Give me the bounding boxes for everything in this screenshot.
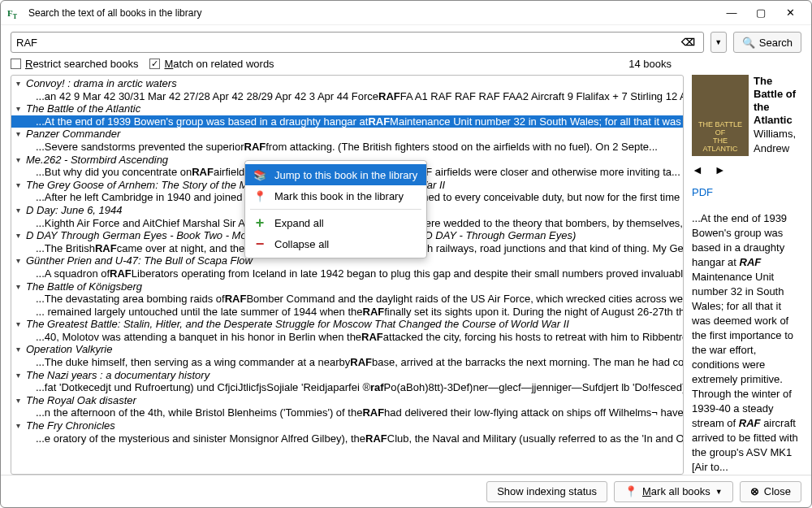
search-button-label: Search xyxy=(759,37,793,49)
show-indexing-status-button[interactable]: Show indexing status xyxy=(486,481,607,502)
expand-caret[interactable]: ▾ xyxy=(16,318,26,331)
close-window-button[interactable]: ✕ xyxy=(775,3,805,23)
result-snippet[interactable]: ...fat 'Dotkecedjt und Rufroertung) und … xyxy=(11,381,683,394)
expand-caret[interactable]: ▾ xyxy=(16,154,26,167)
expand-caret[interactable]: ▾ xyxy=(16,394,26,407)
result-snippet[interactable]: ...At the end of 1939 Bowen's group was … xyxy=(11,115,683,128)
ctx-mark-book[interactable]: 📍 Mark this book in the library xyxy=(245,185,426,206)
ctx-expand-all[interactable]: + Expand all xyxy=(245,212,426,233)
expand-caret[interactable]: ▾ xyxy=(16,280,26,293)
book-title: Me.262 - Stormbird Ascending xyxy=(26,154,168,167)
pin-icon: 📍 xyxy=(624,485,637,497)
titlebar: FT Search the text of all books in the l… xyxy=(1,1,811,25)
context-menu-separator xyxy=(250,209,421,210)
pin-icon: 📍 xyxy=(253,190,266,202)
book-title: The Greatest Battle: Stalin, Hitler, and… xyxy=(26,318,569,331)
detail-author: Williams, Andrew xyxy=(754,127,801,156)
book-count: 14 books xyxy=(628,58,672,70)
context-menu: 📚 Jump to this book in the library 📍 Mar… xyxy=(244,160,427,258)
book-row[interactable]: ▾The Greatest Battle: Stalin, Hitler, an… xyxy=(11,318,683,331)
book-title: Operation Valkyrie xyxy=(26,343,112,356)
expand-caret[interactable]: ▾ xyxy=(16,419,26,432)
minimize-button[interactable]: — xyxy=(717,3,746,23)
books-icon: 📚 xyxy=(253,169,266,181)
book-row[interactable]: ▾The Battle of Königsberg xyxy=(11,280,683,293)
search-history-dropdown[interactable]: ▼ xyxy=(710,32,727,53)
search-input[interactable] xyxy=(16,37,678,49)
result-snippet[interactable]: ...The duke himself, then serving as a w… xyxy=(11,356,683,369)
book-title: Günther Prien and U-47: The Bull of Scap… xyxy=(26,254,253,267)
expand-caret[interactable]: ▾ xyxy=(16,254,26,267)
search-field-container: ⌫ xyxy=(11,32,704,53)
result-snippet[interactable]: ...A squadron of RAF Liberators operatin… xyxy=(11,267,683,280)
expand-caret[interactable]: ▾ xyxy=(16,77,26,90)
expand-caret[interactable]: ▾ xyxy=(16,369,26,382)
book-title: The Battle of the Atlantic xyxy=(26,102,140,115)
ctx-collapse-all[interactable]: − Collapse all xyxy=(245,233,426,254)
book-row[interactable]: ▾Panzer Commander xyxy=(11,128,683,141)
restrict-checkbox-row[interactable]: Restrict searched books xyxy=(11,58,138,70)
result-snippet[interactable]: ...Severe sandstorms prevented the super… xyxy=(11,141,683,154)
book-row[interactable]: ▾Operation Valkyrie xyxy=(11,343,683,356)
book-cover: THE BATTLE OFTHE ATLANTIC xyxy=(692,75,749,156)
close-button[interactable]: ⊗ Close xyxy=(740,481,801,502)
result-snippet[interactable]: ...e oratory of the mysterious and sinis… xyxy=(11,432,683,445)
detail-title: The Battle of the Atlantic xyxy=(754,75,801,127)
app-icon: FT xyxy=(7,6,22,20)
expand-caret[interactable]: ▾ xyxy=(16,179,26,192)
book-title: D Day: June 6, 1944 xyxy=(26,204,123,217)
prev-result-button[interactable]: ◄ xyxy=(692,163,703,177)
result-snippet[interactable]: ... remained largely untouched until the… xyxy=(11,306,683,319)
book-title: The Fry Chronicles xyxy=(26,419,115,432)
expand-caret[interactable]: ▾ xyxy=(16,102,26,115)
book-row[interactable]: ▾The Nazi years : a documentary history xyxy=(11,369,683,382)
search-icon: 🔍 xyxy=(742,37,755,49)
match-checkbox[interactable]: ✓ xyxy=(149,59,160,69)
book-row[interactable]: ▾The Fry Chronicles xyxy=(11,419,683,432)
book-title: The Royal Oak disaster xyxy=(26,394,136,407)
chevron-down-icon: ▼ xyxy=(715,488,723,496)
close-icon: ⊗ xyxy=(750,485,759,497)
expand-caret[interactable]: ▾ xyxy=(16,128,26,141)
book-title: The Nazi years : a documentary history xyxy=(26,369,209,382)
plus-icon: + xyxy=(253,215,266,232)
book-title: Convoy! : drama in arctic waters xyxy=(26,77,177,90)
minus-icon: − xyxy=(253,236,266,253)
expand-caret[interactable]: ▾ xyxy=(16,343,26,356)
book-title: Panzer Commander xyxy=(26,128,120,141)
expand-caret[interactable]: ▾ xyxy=(16,204,26,217)
result-snippet[interactable]: ...an 42 9 Mar 42 30/31 Mar 42 27/28 Apr… xyxy=(11,90,683,103)
book-title: The Battle of Königsberg xyxy=(26,280,142,293)
clear-search-icon[interactable]: ⌫ xyxy=(678,37,698,48)
mark-all-books-button[interactable]: 📍 MMark all booksark all books ▼ xyxy=(614,481,733,502)
detail-excerpt: ...At the end of 1939 Bowen's group was … xyxy=(692,211,801,475)
window-title: Search the text of all books in the libr… xyxy=(28,7,717,19)
book-row[interactable]: ▾The Battle of the Atlantic xyxy=(11,102,683,115)
book-row[interactable]: ▾The Royal Oak disaster xyxy=(11,394,683,407)
result-snippet[interactable]: ...n the afternoon of the 4th, while Bri… xyxy=(11,406,683,419)
maximize-button[interactable]: ▢ xyxy=(746,3,775,23)
expand-caret[interactable]: ▾ xyxy=(16,229,26,242)
ctx-jump-to-book[interactable]: 📚 Jump to this book in the library xyxy=(245,164,426,185)
next-result-button[interactable]: ► xyxy=(715,163,726,177)
detail-panel: THE BATTLE OFTHE ATLANTIC The Battle of … xyxy=(692,75,801,475)
match-checkbox-row[interactable]: ✓ Match on related words xyxy=(149,58,274,70)
book-row[interactable]: ▾Convoy! : drama in arctic waters xyxy=(11,77,683,90)
search-button[interactable]: 🔍 Search xyxy=(733,32,801,53)
format-link[interactable]: PDF xyxy=(692,185,801,200)
result-snippet[interactable]: ...40, Molotov was attending a banquet i… xyxy=(11,331,683,344)
result-snippet[interactable]: ...The devastating area bombing raids of… xyxy=(11,293,683,306)
restrict-checkbox[interactable] xyxy=(11,59,21,69)
results-tree[interactable]: ▾Convoy! : drama in arctic waters...an 4… xyxy=(11,75,684,475)
